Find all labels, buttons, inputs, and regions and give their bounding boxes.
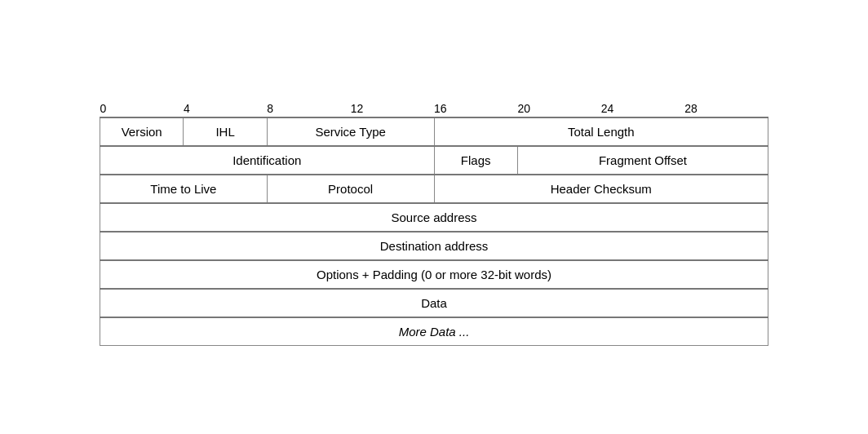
cell-service-type: Service Type <box>267 117 434 146</box>
ruler-label-16: 16 <box>434 100 517 117</box>
cell-flags: Flags <box>434 146 517 175</box>
cell-header-checksum: Header Checksum <box>434 175 768 203</box>
ruler-label-0: 0 <box>100 100 184 117</box>
table-row: Data <box>100 289 768 317</box>
ruler-label-4: 4 <box>184 100 267 117</box>
ruler-row: 0 4 8 12 16 20 24 28 <box>100 100 768 117</box>
table-row: Time to LiveProtocolHeader Checksum <box>100 175 768 203</box>
cell-source-address: Source address <box>100 203 768 232</box>
cell-identification: Identification <box>100 146 435 175</box>
cell-ihl: IHL <box>184 117 267 146</box>
ruler-label-24: 24 <box>601 100 684 117</box>
cell-destination-address: Destination address <box>100 232 768 260</box>
cell-version: Version <box>100 117 184 146</box>
ruler-label-8: 8 <box>267 100 350 117</box>
cell-more-data-: More Data ... <box>100 317 768 346</box>
table-row: Destination address <box>100 232 768 260</box>
cell-options--padding-0-or-more-32-bit-words: Options + Padding (0 or more 32-bit word… <box>100 260 768 289</box>
table-row: VersionIHLService TypeTotal Length <box>100 117 768 146</box>
bit-ruler <box>100 81 768 99</box>
cell-protocol: Protocol <box>267 175 434 203</box>
cell-total-length: Total Length <box>434 117 768 146</box>
table-row: IdentificationFlagsFragment Offset <box>100 146 768 175</box>
table-row: Source address <box>100 203 768 232</box>
ip-header-diagram: 0 4 8 12 16 20 24 28 VersionIHLService T… <box>83 73 785 362</box>
cell-fragment-offset: Fragment Offset <box>517 146 768 175</box>
header-table: 0 4 8 12 16 20 24 28 VersionIHLService T… <box>100 100 768 346</box>
table-row: More Data ... <box>100 317 768 346</box>
ruler-label-20: 20 <box>517 100 600 117</box>
cell-data: Data <box>100 289 768 317</box>
table-row: Options + Padding (0 or more 32-bit word… <box>100 260 768 289</box>
ruler-label-28: 28 <box>684 100 768 117</box>
ruler-label-12: 12 <box>351 100 434 117</box>
cell-time-to-live: Time to Live <box>100 175 268 203</box>
